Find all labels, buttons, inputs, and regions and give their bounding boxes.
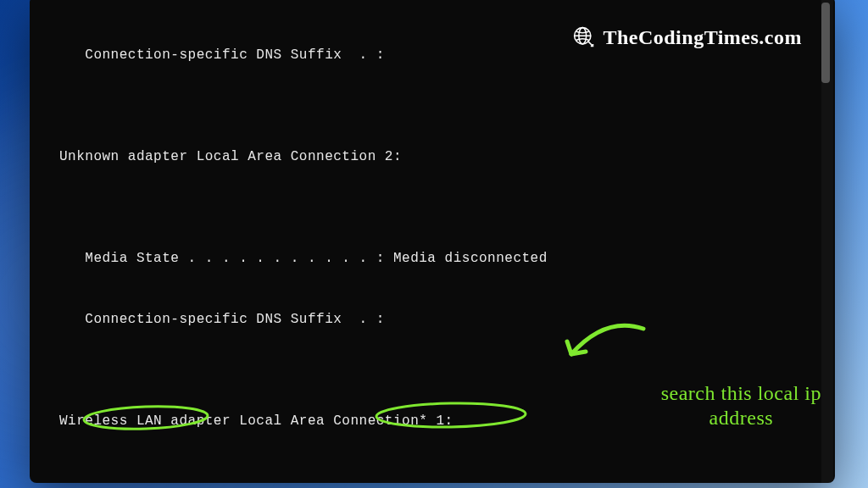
output-line: Unknown adapter Local Area Connection 2: xyxy=(59,147,818,167)
svg-point-3 xyxy=(84,404,209,430)
annotation-text: search this local ip address xyxy=(661,381,821,430)
annotation-line: address xyxy=(661,406,821,430)
scrollbar-thumb[interactable] xyxy=(821,3,830,83)
highlight-circle-ip xyxy=(370,400,531,430)
scrollbar-track[interactable] xyxy=(821,0,833,483)
annotation-arrow-icon xyxy=(559,320,652,371)
watermark: TheCodingTimes.com xyxy=(572,25,802,49)
output-line: Connection-specific DNS Suffix . : xyxy=(59,309,818,330)
svg-point-4 xyxy=(376,402,526,428)
globe-icon xyxy=(572,25,596,49)
annotation-line: search this local ip xyxy=(661,381,821,406)
highlight-circle-label xyxy=(81,403,212,431)
watermark-text: TheCodingTimes.com xyxy=(603,26,802,49)
output-line: Media State . . . . . . . . . . . : Medi… xyxy=(59,248,818,269)
